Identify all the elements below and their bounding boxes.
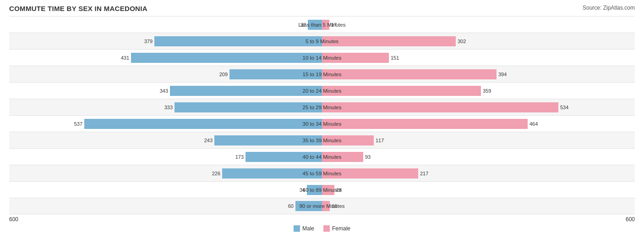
table-row: 243 35 to 39 Minutes 117 (9, 132, 635, 148)
female-value: 302 (458, 39, 466, 44)
female-value: 93 (365, 154, 371, 160)
right-half: 534 (322, 99, 635, 115)
male-value: 431 (121, 55, 129, 61)
bar-container: 209 15 to 19 Minutes 394 (9, 66, 635, 82)
bar-container: 243 35 to 39 Minutes 117 (9, 132, 635, 148)
female-value: 217 (420, 171, 428, 176)
table-row: 431 10 to 14 Minutes 151 (9, 49, 635, 66)
male-value: 209 (219, 72, 228, 77)
table-row: 209 15 to 19 Minutes 394 (9, 66, 635, 82)
right-half: 302 (322, 33, 635, 49)
left-half: 379 (9, 33, 322, 49)
right-half: 394 (322, 66, 635, 82)
bar-container: 333 25 to 29 Minutes 534 (9, 99, 635, 115)
male-value: 173 (235, 154, 244, 160)
male-value: 379 (144, 39, 153, 44)
center-label: 60 to 89 Minutes (285, 187, 359, 193)
table-row: 537 30 to 34 Minutes 464 (9, 115, 635, 132)
right-half: 464 (322, 116, 635, 132)
center-label: 15 to 19 Minutes (285, 72, 359, 77)
center-label: 40 to 44 Minutes (285, 154, 359, 160)
male-value: 243 (204, 138, 213, 143)
table-row: 32 Less than 5 Minutes 17 (9, 16, 635, 33)
female-value: 464 (529, 121, 538, 127)
center-label: 5 to 9 Minutes (285, 39, 359, 44)
left-half: 333 (9, 99, 322, 115)
center-label: 25 to 29 Minutes (285, 105, 359, 110)
legend-female: Female (323, 225, 350, 232)
left-half: 243 (9, 132, 322, 148)
center-label: 20 to 24 Minutes (285, 88, 359, 94)
right-half: 18 (322, 198, 635, 214)
table-row: 343 20 to 24 Minutes 359 (9, 82, 635, 99)
right-half: 17 (322, 17, 635, 33)
legend-female-box (323, 225, 330, 232)
legend: Male Female (9, 225, 635, 232)
female-value: 359 (483, 88, 491, 94)
left-half: 343 (9, 83, 322, 99)
bar-container: 32 Less than 5 Minutes 17 (9, 17, 635, 33)
female-value: 394 (498, 72, 507, 77)
male-value: 333 (164, 105, 173, 110)
chart-title: COMMUTE TIME BY SEX IN MACEDONIA (9, 5, 147, 12)
table-row: 226 45 to 59 Minutes 217 (9, 165, 635, 181)
left-half: 32 (9, 17, 322, 33)
right-half: 117 (322, 132, 635, 148)
legend-female-label: Female (332, 225, 350, 232)
right-half: 28 (322, 182, 635, 198)
left-half: 209 (9, 66, 322, 82)
bar-container: 379 5 to 9 Minutes 302 (9, 33, 635, 49)
table-row: 60 90 or more Minutes 18 (9, 198, 635, 214)
axis-min: 600 (9, 216, 322, 223)
rows-container: 32 Less than 5 Minutes 17 379 5 to 9 Min… (9, 16, 635, 214)
left-half: 60 (9, 198, 322, 214)
male-value: 226 (212, 171, 220, 176)
center-label: 35 to 39 Minutes (285, 138, 359, 143)
legend-male-box (294, 225, 300, 232)
chart-area: 32 Less than 5 Minutes 17 379 5 to 9 Min… (9, 16, 635, 232)
male-value: 343 (160, 88, 168, 94)
right-half: 217 (322, 165, 635, 181)
legend-male-label: Male (302, 225, 314, 232)
bar-container: 60 90 or more Minutes 18 (9, 198, 635, 214)
axis-labels: 600 600 (9, 214, 635, 223)
left-half: 537 (9, 116, 322, 132)
center-label: 10 to 14 Minutes (285, 55, 359, 61)
female-value: 534 (560, 105, 568, 110)
table-row: 34 60 to 89 Minutes 28 (9, 181, 635, 198)
table-row: 379 5 to 9 Minutes 302 (9, 33, 635, 49)
right-half: 359 (322, 83, 635, 99)
left-half: 173 (9, 149, 322, 165)
table-row: 173 40 to 44 Minutes 93 (9, 148, 635, 165)
legend-male: Male (294, 225, 314, 232)
female-value: 117 (376, 138, 384, 143)
source-label: Source: ZipAtlas.com (583, 5, 635, 11)
bar-container: 431 10 to 14 Minutes 151 (9, 50, 635, 66)
axis-max: 600 (322, 216, 635, 223)
male-value: 537 (74, 121, 82, 127)
right-half: 151 (322, 50, 635, 66)
center-label: 90 or more Minutes (285, 203, 359, 209)
center-label: Less than 5 Minutes (285, 22, 359, 28)
bar-container: 173 40 to 44 Minutes 93 (9, 149, 635, 165)
left-half: 431 (9, 50, 322, 66)
bar-container: 537 30 to 34 Minutes 464 (9, 116, 635, 132)
left-half: 34 (9, 182, 322, 198)
right-half: 93 (322, 149, 635, 165)
bar-container: 343 20 to 24 Minutes 359 (9, 83, 635, 99)
table-row: 333 25 to 29 Minutes 534 (9, 99, 635, 115)
bar-container: 226 45 to 59 Minutes 217 (9, 165, 635, 181)
center-label: 30 to 34 Minutes (285, 121, 359, 127)
female-value: 151 (391, 55, 399, 61)
left-half: 226 (9, 165, 322, 181)
center-label: 45 to 59 Minutes (285, 171, 359, 176)
bar-container: 34 60 to 89 Minutes 28 (9, 182, 635, 198)
